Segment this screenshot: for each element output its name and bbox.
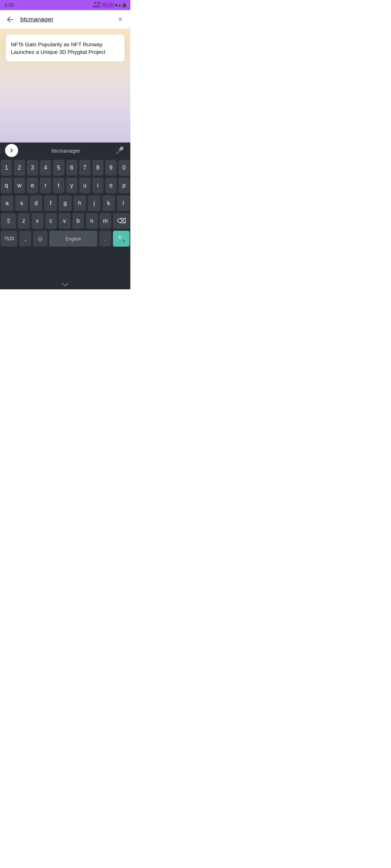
key-p[interactable]: p [118,178,130,193]
key-t[interactable]: t [53,178,64,193]
key-s[interactable]: s [15,195,28,211]
volte-icon: VoLTE [102,3,114,7]
key-f[interactable]: f [44,195,57,211]
keyboard: btcmanager 🎤 1 2 3 4 5 6 7 8 9 0 q w e r… [0,142,130,289]
space-key[interactable]: English [49,231,97,247]
key-e[interactable]: e [27,178,38,193]
key-b[interactable]: b [72,213,84,229]
comma-key[interactable]: , [19,231,31,247]
key-u[interactable]: u [79,178,91,193]
key-w[interactable]: w [14,178,25,193]
key-h[interactable]: h [73,195,86,211]
key-rows: 1 2 3 4 5 6 7 8 9 0 q w e r t y u i o p … [0,158,130,279]
key-z[interactable]: z [18,213,30,229]
key-6[interactable]: 6 [66,160,77,176]
asdf-row: a s d f g h j k l [1,195,130,211]
signal-icon: ▴ [118,3,121,8]
keyboard-top-bar: btcmanager 🎤 [0,142,130,158]
delete-key[interactable]: ⌫ [113,213,130,229]
keyboard-hide-bar[interactable] [0,279,130,289]
key-2[interactable]: 2 [14,160,25,176]
shift-key[interactable]: ⇧ [1,213,16,229]
mic-button[interactable]: 🎤 [114,145,125,156]
symbols-key[interactable]: ?123 [1,231,17,247]
emoji-key[interactable]: ☺ [33,231,47,247]
key-9[interactable]: 9 [105,160,117,176]
key-c[interactable]: c [45,213,57,229]
qwerty-row: q w e r t y u i o p [1,178,130,193]
search-action-key[interactable]: 🔍 [113,231,130,247]
number-row: 1 2 3 4 5 6 7 8 9 0 [1,160,130,176]
search-bar: btcmanager ✕ [0,10,130,29]
status-icons: 9:33KB/S VoLTE ▾ ▴ ◑ [93,1,126,9]
key-1[interactable]: 1 [1,160,12,176]
key-j[interactable]: j [88,195,101,211]
key-8[interactable]: 8 [92,160,104,176]
status-time: 4:00 [4,2,14,8]
key-0[interactable]: 0 [118,160,130,176]
key-l[interactable]: l [117,195,130,211]
key-o[interactable]: o [105,178,117,193]
clear-button[interactable]: ✕ [114,13,127,26]
keyboard-expand-button[interactable] [5,144,18,157]
key-d[interactable]: d [30,195,42,211]
key-4[interactable]: 4 [40,160,51,176]
battery-icon: ◑ [122,2,126,8]
key-3[interactable]: 3 [27,160,38,176]
suggestion-text: NFTs Gain Popularity as NFT Runway Launc… [11,41,119,56]
key-v[interactable]: v [59,213,71,229]
key-k[interactable]: k [102,195,115,211]
wifi-icon: ▾ [115,2,117,8]
suggestion-card[interactable]: NFTs Gain Popularity as NFT Runway Launc… [6,35,125,61]
key-5[interactable]: 5 [53,160,64,176]
key-n[interactable]: n [86,213,98,229]
key-i[interactable]: i [92,178,104,193]
key-a[interactable]: a [1,195,13,211]
zxcv-row: ⇧ z x c v b n m ⌫ [1,213,130,229]
back-button[interactable] [4,13,17,26]
key-r[interactable]: r [40,178,51,193]
key-y[interactable]: y [66,178,77,193]
key-q[interactable]: q [1,178,12,193]
search-input[interactable]: btcmanager [20,16,110,23]
key-x[interactable]: x [31,213,43,229]
keyboard-word-display: btcmanager [51,148,80,154]
key-7[interactable]: 7 [79,160,91,176]
period-key[interactable]: . [99,231,111,247]
status-bar: 4:00 9:33KB/S VoLTE ▾ ▴ ◑ [0,0,130,10]
key-m[interactable]: m [100,213,112,229]
network-speed: 9:33KB/S [93,1,101,9]
content-area: NFTs Gain Popularity as NFT Runway Launc… [0,29,130,142]
key-g[interactable]: g [59,195,71,211]
bottom-row: ?123 , ☺ English . 🔍 [1,231,130,247]
